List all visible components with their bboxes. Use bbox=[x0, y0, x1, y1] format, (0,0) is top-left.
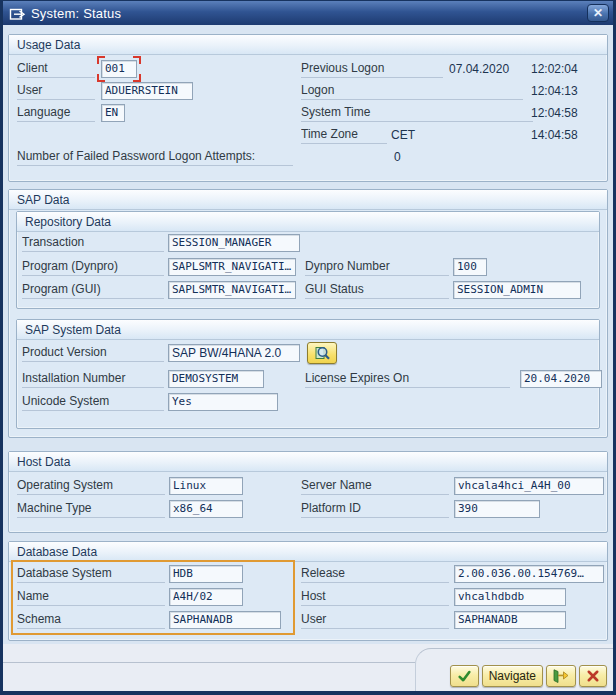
client-field[interactable]: 001 bbox=[101, 60, 137, 78]
user-field[interactable]: ADUERRSTEIN bbox=[101, 82, 193, 100]
database-name-field[interactable]: A4H/02 bbox=[169, 588, 243, 606]
failed-attempts-row: Number of Failed Password Logon Attempts… bbox=[9, 148, 607, 168]
navigate-button-label: Navigate bbox=[489, 669, 536, 683]
magnifier-detail-icon[interactable] bbox=[307, 342, 337, 364]
installation-number-row: Installation Number DEMOSYSTEM License E… bbox=[17, 370, 599, 390]
repository-data-section: Repository Data Transaction SESSION_MANA… bbox=[16, 211, 600, 309]
server-name-field[interactable]: vhcala4hci_A4H_00 bbox=[454, 477, 604, 495]
unicode-system-label: Unicode System bbox=[22, 394, 164, 411]
confirm-button[interactable] bbox=[450, 665, 479, 687]
database-name-label: Name bbox=[17, 589, 165, 606]
operating-system-row: Operating System Linux Server Name vhcal… bbox=[9, 477, 607, 497]
machine-type-label: Machine Type bbox=[17, 501, 165, 518]
server-name-label: Server Name bbox=[301, 478, 449, 495]
sap-system-data-header: SAP System Data bbox=[17, 320, 599, 340]
gui-status-label: GUI Status bbox=[305, 282, 449, 299]
host-data-title: Host Data bbox=[17, 455, 70, 469]
language-row: Language EN System Time 12:04:58 bbox=[9, 104, 607, 124]
machine-type-row: Machine Type x86_64 Platform ID 390 bbox=[9, 500, 607, 520]
sap-system-data-section: SAP System Data Product Version SAP BW/4… bbox=[16, 319, 600, 429]
release-field[interactable]: 2.00.036.00.154769… bbox=[454, 565, 604, 583]
cancel-button[interactable] bbox=[579, 665, 607, 687]
product-version-field[interactable]: SAP BW/4HANA 2.0 bbox=[168, 344, 300, 362]
time-zone-time: 14:04:58 bbox=[531, 128, 578, 142]
footer-buttons: Navigate bbox=[450, 665, 607, 687]
database-data-title: Database Data bbox=[17, 545, 97, 559]
failed-attempts-label: Number of Failed Password Logon Attempts… bbox=[17, 149, 293, 166]
failed-attempts-value: 0 bbox=[394, 150, 401, 164]
client-label: Client bbox=[17, 61, 95, 78]
machine-type-field[interactable]: x86_64 bbox=[169, 500, 243, 518]
sap-data-title: SAP Data bbox=[17, 193, 69, 207]
license-expires-label: License Expires On bbox=[305, 371, 510, 388]
green-check-icon bbox=[457, 669, 472, 683]
previous-logon-time: 12:02:04 bbox=[531, 62, 578, 76]
language-label: Language bbox=[17, 105, 95, 122]
time-zone-row: Time Zone CET 14:04:58 bbox=[9, 126, 607, 146]
repository-data-title: Repository Data bbox=[25, 215, 111, 229]
program-gui-row: Program (GUI) SAPLSMTR_NAVIGATI… GUI Sta… bbox=[17, 281, 599, 301]
logon-label: Logon bbox=[301, 83, 523, 100]
database-system-label: Database System bbox=[17, 566, 165, 583]
previous-logon-label: Previous Logon bbox=[301, 61, 443, 78]
database-host-label: Host bbox=[301, 589, 449, 606]
sap-data-header: SAP Data bbox=[9, 190, 607, 210]
unicode-row: Unicode System Yes bbox=[17, 393, 599, 413]
dynpro-number-field[interactable]: 100 bbox=[453, 258, 487, 276]
system-time-value: 12:04:58 bbox=[531, 106, 578, 120]
usage-data-header: Usage Data bbox=[9, 35, 607, 55]
navigate-button[interactable]: Navigate bbox=[482, 665, 543, 687]
dialog-window-icon bbox=[9, 6, 26, 21]
license-expires-field[interactable]: 20.04.2020 bbox=[520, 370, 602, 388]
schema-row: Schema SAPHANADB User SAPHANADB bbox=[9, 611, 607, 631]
schema-label: Schema bbox=[17, 612, 165, 629]
user-label: User bbox=[17, 83, 95, 100]
database-user-label: User bbox=[301, 612, 449, 629]
installation-number-label: Installation Number bbox=[22, 371, 164, 388]
window-title: System: Status bbox=[31, 6, 121, 21]
platform-id-field[interactable]: 390 bbox=[454, 500, 540, 518]
operating-system-field[interactable]: Linux bbox=[169, 477, 243, 495]
sap-data-section: SAP Data Repository Data Transaction SES… bbox=[8, 189, 608, 438]
system-status-dialog: System: Status ✕ Usage Data Client 001 P… bbox=[0, 0, 616, 695]
program-dynpro-field[interactable]: SAPLSMTR_NAVIGATI… bbox=[168, 258, 296, 276]
database-host-field[interactable]: vhcalhdbdb bbox=[454, 588, 566, 606]
usage-data-section: Usage Data Client 001 Previous Logon 07.… bbox=[8, 34, 608, 182]
unicode-system-field[interactable]: Yes bbox=[168, 393, 278, 411]
system-time-label: System Time bbox=[301, 105, 533, 122]
program-gui-label: Program (GUI) bbox=[22, 282, 164, 299]
host-data-header: Host Data bbox=[9, 452, 607, 472]
exit-button[interactable] bbox=[546, 665, 576, 687]
product-version-row: Product Version SAP BW/4HANA 2.0 bbox=[17, 344, 599, 364]
footer-bar: Navigate bbox=[3, 644, 613, 691]
program-gui-field[interactable]: SAPLSMTR_NAVIGATI… bbox=[168, 281, 296, 299]
previous-logon-date: 07.04.2020 bbox=[449, 62, 509, 76]
database-data-header: Database Data bbox=[9, 542, 607, 562]
time-zone-label: Time Zone bbox=[301, 127, 387, 144]
sap-system-data-title: SAP System Data bbox=[25, 323, 121, 337]
database-user-field[interactable]: SAPHANADB bbox=[454, 611, 566, 629]
transaction-label: Transaction bbox=[22, 235, 164, 252]
operating-system-label: Operating System bbox=[17, 478, 165, 495]
release-label: Release bbox=[301, 566, 449, 583]
repository-data-header: Repository Data bbox=[17, 212, 599, 232]
database-system-field[interactable]: HDB bbox=[169, 565, 243, 583]
logon-time: 12:04:13 bbox=[531, 84, 578, 98]
host-data-section: Host Data Operating System Linux Server … bbox=[8, 451, 608, 533]
language-field[interactable]: EN bbox=[101, 104, 125, 122]
database-system-row: Database System HDB Release 2.00.036.00.… bbox=[9, 565, 607, 585]
program-dynpro-label: Program (Dynpro) bbox=[22, 259, 164, 276]
exit-door-arrow-icon bbox=[553, 669, 569, 683]
usage-data-title: Usage Data bbox=[17, 38, 80, 52]
platform-id-label: Platform ID bbox=[301, 501, 449, 518]
gui-status-field[interactable]: SESSION_ADMIN bbox=[453, 281, 581, 299]
database-name-row: Name A4H/02 Host vhcalhdbdb bbox=[9, 588, 607, 608]
title-bar: System: Status ✕ bbox=[3, 1, 613, 25]
close-icon[interactable]: ✕ bbox=[587, 4, 609, 22]
product-version-label: Product Version bbox=[22, 345, 164, 362]
dynpro-number-label: Dynpro Number bbox=[305, 259, 449, 276]
installation-number-field[interactable]: DEMOSYSTEM bbox=[168, 370, 264, 388]
schema-field[interactable]: SAPHANADB bbox=[169, 611, 281, 629]
transaction-field[interactable]: SESSION_MANAGER bbox=[168, 234, 300, 252]
program-dynpro-row: Program (Dynpro) SAPLSMTR_NAVIGATI… Dynp… bbox=[17, 258, 599, 278]
